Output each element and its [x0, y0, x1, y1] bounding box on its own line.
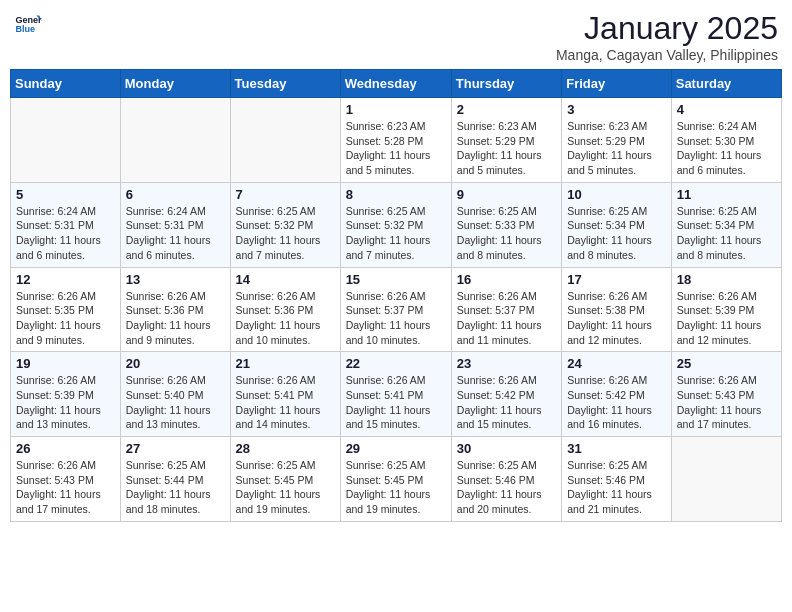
day-number: 4	[677, 102, 776, 117]
day-number: 18	[677, 272, 776, 287]
day-number: 11	[677, 187, 776, 202]
day-info: Sunrise: 6:26 AMSunset: 5:39 PMDaylight:…	[16, 373, 115, 432]
day-info: Sunrise: 6:25 AMSunset: 5:33 PMDaylight:…	[457, 204, 556, 263]
day-number: 22	[346, 356, 446, 371]
week-row-5: 26Sunrise: 6:26 AMSunset: 5:43 PMDayligh…	[11, 437, 782, 522]
day-info: Sunrise: 6:26 AMSunset: 5:41 PMDaylight:…	[236, 373, 335, 432]
weekday-header-tuesday: Tuesday	[230, 70, 340, 98]
calendar-cell: 3Sunrise: 6:23 AMSunset: 5:29 PMDaylight…	[562, 98, 672, 183]
day-info: Sunrise: 6:25 AMSunset: 5:32 PMDaylight:…	[346, 204, 446, 263]
weekday-header-wednesday: Wednesday	[340, 70, 451, 98]
calendar-cell: 16Sunrise: 6:26 AMSunset: 5:37 PMDayligh…	[451, 267, 561, 352]
day-info: Sunrise: 6:23 AMSunset: 5:29 PMDaylight:…	[567, 119, 666, 178]
day-info: Sunrise: 6:25 AMSunset: 5:32 PMDaylight:…	[236, 204, 335, 263]
day-info: Sunrise: 6:24 AMSunset: 5:31 PMDaylight:…	[16, 204, 115, 263]
calendar-cell: 7Sunrise: 6:25 AMSunset: 5:32 PMDaylight…	[230, 182, 340, 267]
day-number: 30	[457, 441, 556, 456]
calendar-cell: 21Sunrise: 6:26 AMSunset: 5:41 PMDayligh…	[230, 352, 340, 437]
day-number: 2	[457, 102, 556, 117]
calendar-cell: 31Sunrise: 6:25 AMSunset: 5:46 PMDayligh…	[562, 437, 672, 522]
day-number: 12	[16, 272, 115, 287]
calendar-cell: 29Sunrise: 6:25 AMSunset: 5:45 PMDayligh…	[340, 437, 451, 522]
day-number: 10	[567, 187, 666, 202]
logo-icon: General Blue	[14, 10, 42, 38]
day-number: 28	[236, 441, 335, 456]
day-info: Sunrise: 6:23 AMSunset: 5:28 PMDaylight:…	[346, 119, 446, 178]
calendar-cell: 9Sunrise: 6:25 AMSunset: 5:33 PMDaylight…	[451, 182, 561, 267]
logo: General Blue	[14, 10, 42, 38]
day-number: 8	[346, 187, 446, 202]
week-row-4: 19Sunrise: 6:26 AMSunset: 5:39 PMDayligh…	[11, 352, 782, 437]
calendar-table: SundayMondayTuesdayWednesdayThursdayFrid…	[10, 69, 782, 522]
day-info: Sunrise: 6:24 AMSunset: 5:31 PMDaylight:…	[126, 204, 225, 263]
day-number: 27	[126, 441, 225, 456]
day-number: 14	[236, 272, 335, 287]
day-info: Sunrise: 6:25 AMSunset: 5:46 PMDaylight:…	[567, 458, 666, 517]
day-number: 15	[346, 272, 446, 287]
calendar-cell: 24Sunrise: 6:26 AMSunset: 5:42 PMDayligh…	[562, 352, 672, 437]
calendar-cell	[230, 98, 340, 183]
calendar-cell: 11Sunrise: 6:25 AMSunset: 5:34 PMDayligh…	[671, 182, 781, 267]
day-info: Sunrise: 6:26 AMSunset: 5:36 PMDaylight:…	[126, 289, 225, 348]
weekday-header-friday: Friday	[562, 70, 672, 98]
day-number: 6	[126, 187, 225, 202]
calendar-cell: 25Sunrise: 6:26 AMSunset: 5:43 PMDayligh…	[671, 352, 781, 437]
day-number: 31	[567, 441, 666, 456]
calendar-cell: 10Sunrise: 6:25 AMSunset: 5:34 PMDayligh…	[562, 182, 672, 267]
weekday-header-row: SundayMondayTuesdayWednesdayThursdayFrid…	[11, 70, 782, 98]
day-info: Sunrise: 6:26 AMSunset: 5:35 PMDaylight:…	[16, 289, 115, 348]
weekday-header-sunday: Sunday	[11, 70, 121, 98]
title-block: January 2025 Manga, Cagayan Valley, Phil…	[556, 10, 778, 63]
day-number: 21	[236, 356, 335, 371]
calendar-cell: 26Sunrise: 6:26 AMSunset: 5:43 PMDayligh…	[11, 437, 121, 522]
day-number: 3	[567, 102, 666, 117]
day-info: Sunrise: 6:25 AMSunset: 5:44 PMDaylight:…	[126, 458, 225, 517]
day-number: 9	[457, 187, 556, 202]
calendar-cell	[120, 98, 230, 183]
calendar-cell	[671, 437, 781, 522]
weekday-header-thursday: Thursday	[451, 70, 561, 98]
day-info: Sunrise: 6:26 AMSunset: 5:39 PMDaylight:…	[677, 289, 776, 348]
calendar-cell: 13Sunrise: 6:26 AMSunset: 5:36 PMDayligh…	[120, 267, 230, 352]
day-number: 19	[16, 356, 115, 371]
calendar-cell: 12Sunrise: 6:26 AMSunset: 5:35 PMDayligh…	[11, 267, 121, 352]
day-info: Sunrise: 6:26 AMSunset: 5:40 PMDaylight:…	[126, 373, 225, 432]
page-header: General Blue January 2025 Manga, Cagayan…	[10, 10, 782, 63]
calendar-cell: 8Sunrise: 6:25 AMSunset: 5:32 PMDaylight…	[340, 182, 451, 267]
calendar-cell: 4Sunrise: 6:24 AMSunset: 5:30 PMDaylight…	[671, 98, 781, 183]
day-info: Sunrise: 6:25 AMSunset: 5:34 PMDaylight:…	[677, 204, 776, 263]
calendar-cell: 5Sunrise: 6:24 AMSunset: 5:31 PMDaylight…	[11, 182, 121, 267]
calendar-cell: 17Sunrise: 6:26 AMSunset: 5:38 PMDayligh…	[562, 267, 672, 352]
calendar-cell: 2Sunrise: 6:23 AMSunset: 5:29 PMDaylight…	[451, 98, 561, 183]
calendar-cell: 20Sunrise: 6:26 AMSunset: 5:40 PMDayligh…	[120, 352, 230, 437]
day-number: 17	[567, 272, 666, 287]
day-info: Sunrise: 6:26 AMSunset: 5:43 PMDaylight:…	[16, 458, 115, 517]
day-info: Sunrise: 6:26 AMSunset: 5:43 PMDaylight:…	[677, 373, 776, 432]
day-number: 5	[16, 187, 115, 202]
location: Manga, Cagayan Valley, Philippines	[556, 47, 778, 63]
day-info: Sunrise: 6:23 AMSunset: 5:29 PMDaylight:…	[457, 119, 556, 178]
week-row-1: 1Sunrise: 6:23 AMSunset: 5:28 PMDaylight…	[11, 98, 782, 183]
day-number: 23	[457, 356, 556, 371]
week-row-2: 5Sunrise: 6:24 AMSunset: 5:31 PMDaylight…	[11, 182, 782, 267]
weekday-header-monday: Monday	[120, 70, 230, 98]
day-info: Sunrise: 6:26 AMSunset: 5:41 PMDaylight:…	[346, 373, 446, 432]
day-number: 25	[677, 356, 776, 371]
day-number: 1	[346, 102, 446, 117]
day-info: Sunrise: 6:25 AMSunset: 5:46 PMDaylight:…	[457, 458, 556, 517]
calendar-cell: 14Sunrise: 6:26 AMSunset: 5:36 PMDayligh…	[230, 267, 340, 352]
calendar-cell: 22Sunrise: 6:26 AMSunset: 5:41 PMDayligh…	[340, 352, 451, 437]
calendar-cell: 18Sunrise: 6:26 AMSunset: 5:39 PMDayligh…	[671, 267, 781, 352]
day-number: 26	[16, 441, 115, 456]
svg-text:Blue: Blue	[15, 24, 35, 34]
day-info: Sunrise: 6:26 AMSunset: 5:37 PMDaylight:…	[346, 289, 446, 348]
day-info: Sunrise: 6:26 AMSunset: 5:37 PMDaylight:…	[457, 289, 556, 348]
day-info: Sunrise: 6:26 AMSunset: 5:42 PMDaylight:…	[567, 373, 666, 432]
calendar-cell: 15Sunrise: 6:26 AMSunset: 5:37 PMDayligh…	[340, 267, 451, 352]
calendar-cell	[11, 98, 121, 183]
day-number: 16	[457, 272, 556, 287]
day-number: 13	[126, 272, 225, 287]
day-info: Sunrise: 6:25 AMSunset: 5:45 PMDaylight:…	[346, 458, 446, 517]
day-info: Sunrise: 6:26 AMSunset: 5:36 PMDaylight:…	[236, 289, 335, 348]
week-row-3: 12Sunrise: 6:26 AMSunset: 5:35 PMDayligh…	[11, 267, 782, 352]
